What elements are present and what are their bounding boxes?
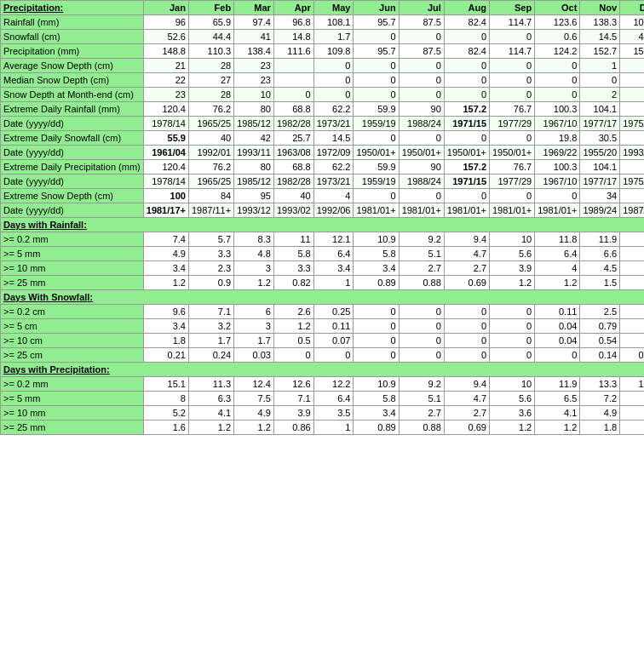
sub-data-cell: 1.2 <box>535 276 580 290</box>
sub-data-cell: 7.1 <box>188 305 233 319</box>
sub-data-cell: 1.5 <box>580 276 620 290</box>
table-row: Snowfall (cm)52.644.44114.81.700000.614.… <box>1 30 645 44</box>
data-cell: 14.8 <box>273 30 313 44</box>
data-cell: 0 <box>354 30 399 44</box>
sub-data-cell: 4.1 <box>535 406 580 421</box>
data-cell: 1989/24 <box>580 203 620 218</box>
sub-data-cell: 0.04 <box>535 334 580 348</box>
data-cell: 157.2 <box>444 160 489 175</box>
data-cell: 68.8 <box>273 102 313 117</box>
sub-row-label: >= 5 cm <box>1 319 144 334</box>
header-jan: Jan <box>143 1 188 15</box>
data-cell: 1959/19 <box>354 117 399 131</box>
data-cell: 27 <box>188 73 233 88</box>
data-cell: 90 <box>399 102 444 117</box>
sub-data-cell: 0 <box>273 348 313 363</box>
sub-data-cell: 11.9 <box>535 377 580 392</box>
sub-data-cell: 3 <box>234 261 274 276</box>
data-cell: 34 <box>580 189 620 203</box>
data-cell: 0 <box>580 73 620 88</box>
sub-data-cell: 9.4 <box>444 377 489 392</box>
data-cell: 59.9 <box>354 160 399 175</box>
sub-data-cell: 6 <box>234 305 274 319</box>
data-cell: 68.8 <box>273 160 313 175</box>
table-row: Median Snow Depth (cm)2227230000000D <box>1 73 645 88</box>
sub-data-cell: 15.1 <box>620 377 644 392</box>
table-header: Precipitation: Jan Feb Mar Apr May Jun J… <box>1 1 645 15</box>
data-cell: 21 <box>143 59 188 73</box>
data-cell: 1975/10 <box>620 175 644 189</box>
table-row: >= 25 mm1.61.21.20.8610.890.880.691.21.2… <box>1 421 645 435</box>
sub-data-cell: 0.82 <box>273 276 313 290</box>
header-precipitation[interactable]: Precipitation: <box>1 1 144 15</box>
sub-data-cell: 1.2 <box>535 421 580 435</box>
sub-data-cell: 1.8 <box>580 421 620 435</box>
table-row: >= 25 cm0.210.240.0300000000.140.180.8A <box>1 348 645 363</box>
table-row: >= 0.2 mm7.45.78.31112.110.99.29.41011.8… <box>1 232 645 247</box>
data-cell: 1981/01+ <box>444 203 489 218</box>
sub-data-cell: 1.2 <box>143 276 188 290</box>
data-cell: 0 <box>399 30 444 44</box>
section-header: Days with Precipitation: <box>1 363 645 377</box>
data-cell: 1985/12 <box>234 117 274 131</box>
data-cell: 1992/01 <box>188 146 233 160</box>
sub-data-cell: 0.24 <box>188 348 233 363</box>
data-cell: 0 <box>490 88 535 102</box>
data-cell: 111.6 <box>273 44 313 59</box>
sub-data-cell: 12.1 <box>313 232 354 247</box>
table-row: Date (yyyy/dd)1978/141965/251985/121982/… <box>1 175 645 189</box>
sub-data-cell: 0.14 <box>580 348 620 363</box>
data-cell: 0 <box>399 189 444 203</box>
sub-data-cell: 4.1 <box>188 406 233 421</box>
data-cell: 41 <box>620 131 644 146</box>
sub-data-cell: 2.7 <box>399 406 444 421</box>
sub-data-cell: 0 <box>444 334 489 348</box>
data-cell: 0 <box>313 88 354 102</box>
sub-data-cell: 2.5 <box>580 305 620 319</box>
row-label: Extreme Snow Depth (cm) <box>1 189 144 203</box>
sub-data-cell: 0 <box>399 305 444 319</box>
data-cell: 1987/11+ <box>188 203 233 218</box>
sub-data-cell: 12.4 <box>234 377 274 392</box>
data-cell: 100.3 <box>535 102 580 117</box>
table-row: Extreme Daily Rainfall (mm)120.476.28068… <box>1 102 645 117</box>
data-cell: 138.3 <box>580 15 620 30</box>
sub-data-cell: 5.8 <box>354 247 399 261</box>
data-cell: 0 <box>490 30 535 44</box>
data-cell: 0 <box>354 59 399 73</box>
data-cell: 148.8 <box>143 44 188 59</box>
sub-data-cell: 1.2 <box>490 421 535 435</box>
table-row: Rainfall (mm)9665.997.496.8108.195.787.5… <box>1 15 645 30</box>
row-label: Extreme Daily Snowfall (cm) <box>1 131 144 146</box>
sub-data-cell: 10.9 <box>354 377 399 392</box>
sub-data-cell: 8.6 <box>620 392 644 406</box>
data-cell: 14.5 <box>580 30 620 44</box>
sub-data-cell: 5.1 <box>399 392 444 406</box>
sub-data-cell: 3.4 <box>313 261 354 276</box>
sub-data-cell: 0.5 <box>273 334 313 348</box>
sub-data-cell: 9.4 <box>444 232 489 247</box>
section-header: Days With Snowfall: <box>1 290 645 305</box>
data-cell: 62.2 <box>313 160 354 175</box>
data-cell: 40 <box>273 189 313 203</box>
data-cell: 1965/25 <box>188 175 233 189</box>
data-cell: 76.7 <box>490 160 535 175</box>
sub-data-cell: 0.25 <box>313 305 354 319</box>
data-cell: 25.7 <box>273 131 313 146</box>
row-label: Date (yyyy/dd) <box>1 117 144 131</box>
row-label: Date (yyyy/dd) <box>1 175 144 189</box>
data-cell: 94 <box>620 102 644 117</box>
data-cell: 1950/01+ <box>354 146 399 160</box>
header-nov: Nov <box>580 1 620 15</box>
data-cell: 1967/10 <box>535 175 580 189</box>
sub-data-cell: 1.2 <box>620 276 644 290</box>
data-cell <box>620 59 644 73</box>
data-cell: 80 <box>234 102 274 117</box>
sub-data-cell: 3.4 <box>354 261 399 276</box>
data-cell: 95.7 <box>354 15 399 30</box>
table-row: Snow Depth at Month-end (cm)232810000000… <box>1 88 645 102</box>
sub-data-cell: 3.4 <box>354 406 399 421</box>
data-cell: 0 <box>490 131 535 146</box>
sub-data-cell: 6.3 <box>188 392 233 406</box>
sub-data-cell: 0.03 <box>234 348 274 363</box>
